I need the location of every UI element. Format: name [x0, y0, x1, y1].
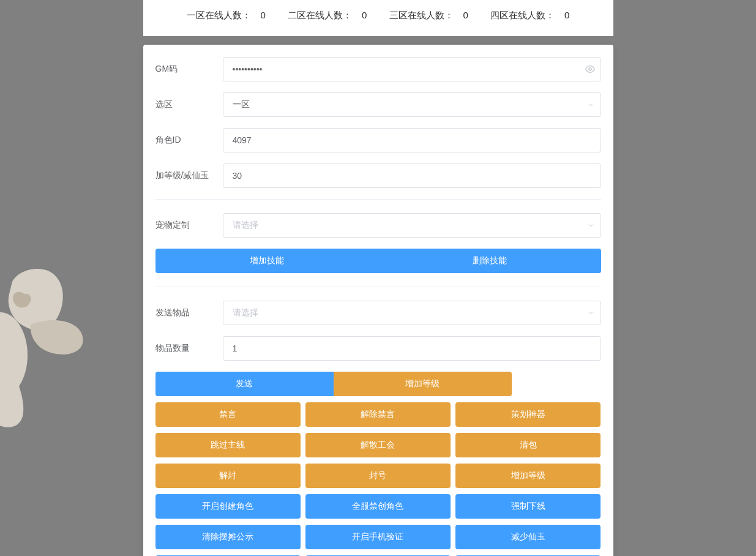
- chevron-down-icon: [587, 101, 594, 108]
- send-button[interactable]: 发送: [155, 372, 334, 396]
- gm-code-input[interactable]: [223, 57, 601, 81]
- zone-label: 选区: [155, 99, 223, 110]
- svg-point-1: [589, 68, 591, 70]
- send-item-select[interactable]: 请选择: [223, 301, 601, 325]
- zone4-online-label: 四区在线人数：0: [485, 10, 574, 20]
- zone1-online-label: 一区在线人数：0: [182, 10, 271, 20]
- role-id-input[interactable]: [223, 128, 601, 152]
- unban-button[interactable]: 解封: [155, 464, 301, 488]
- divider: [155, 287, 601, 287]
- gm-code-label: GM码: [155, 64, 223, 75]
- zone3-online-label: 三区在线人数：0: [384, 10, 473, 20]
- zone2-online-label: 二区在线人数：0: [283, 10, 372, 20]
- pet-custom-label: 宠物定制: [155, 220, 223, 231]
- reduce-jade-button[interactable]: 减少仙玉: [455, 525, 601, 549]
- level-jade-label: 加等级/减仙玉: [155, 170, 223, 181]
- pet-custom-placeholder: 请选择: [233, 220, 258, 231]
- add-skill-button[interactable]: 增加技能: [155, 249, 378, 273]
- send-item-label: 发送物品: [155, 307, 223, 318]
- main-form-card: GM码 选区 一区: [143, 45, 613, 556]
- enable-phone-verify-button[interactable]: 开启手机验证: [305, 525, 451, 549]
- clear-stall-notice-button[interactable]: 清除摆摊公示: [155, 525, 301, 549]
- add-level-button-top[interactable]: 增加等级: [334, 372, 512, 396]
- add-level-button[interactable]: 增加等级: [455, 464, 601, 488]
- chevron-down-icon: [587, 222, 594, 229]
- ban-button[interactable]: 封号: [305, 464, 451, 488]
- send-item-placeholder: 请选择: [233, 307, 258, 318]
- delete-skill-button[interactable]: 删除技能: [378, 249, 601, 273]
- zone-select[interactable]: 一区: [223, 92, 601, 117]
- item-count-label: 物品数量: [155, 343, 223, 354]
- planner-artifact-button[interactable]: 策划神器: [455, 402, 601, 427]
- enable-create-role-button[interactable]: 开启创建角色: [155, 494, 301, 519]
- disable-create-role-button[interactable]: 全服禁创角色: [305, 494, 451, 519]
- unmute-button[interactable]: 解除禁言: [305, 402, 451, 427]
- chevron-down-icon: [587, 309, 594, 317]
- item-count-input[interactable]: [223, 336, 601, 361]
- online-stats-bar: 一区在线人数：0 二区在线人数：0 三区在线人数：0 四区在线人数：0: [143, 0, 613, 36]
- svg-point-0: [0, 312, 28, 398]
- mute-button[interactable]: 禁言: [155, 402, 301, 427]
- background-illustration: [0, 257, 86, 441]
- disband-guild-button[interactable]: 解散工会: [305, 433, 451, 457]
- divider: [155, 199, 601, 200]
- zone-select-value: 一区: [233, 99, 250, 110]
- role-id-label: 角色ID: [155, 135, 223, 146]
- force-offline-button[interactable]: 强制下线: [455, 494, 601, 519]
- skip-mainline-button[interactable]: 跳过主线: [155, 433, 301, 457]
- eye-icon[interactable]: [585, 64, 595, 74]
- level-jade-input[interactable]: [223, 163, 601, 188]
- pet-custom-select[interactable]: 请选择: [223, 213, 601, 238]
- clear-bag-button[interactable]: 清包: [455, 433, 601, 457]
